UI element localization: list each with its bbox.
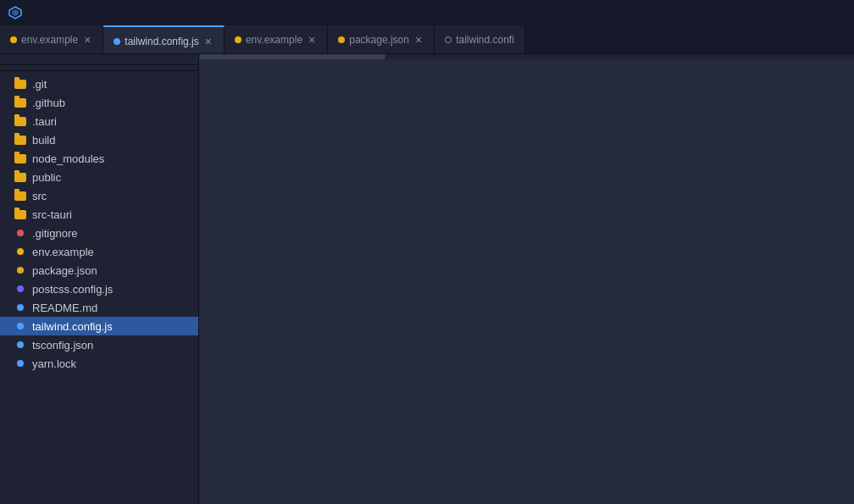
tab-dot-icon [114,38,120,45]
file-dot-icon [14,245,27,258]
sidebar-item-build[interactable]: build [0,130,198,149]
sidebar-item-node_modules[interactable]: node_modules [0,149,198,168]
tab-close-button[interactable]: × [307,34,317,46]
editor-area [199,54,854,504]
sidebar-item-github[interactable]: .github [0,93,198,112]
file-name: postcss.config.js [32,283,113,296]
file-name: src [32,190,47,202]
sidebar-item-src[interactable]: src [0,186,198,205]
file-name: .git [32,78,47,91]
sidebar-item-postcss-config[interactable]: postcss.config.js [0,280,198,298]
close-button[interactable] [835,8,846,18]
folder-icon [14,208,27,221]
tab-env-example-1[interactable]: env.example× [0,25,103,54]
folder-icon [14,96,27,109]
minimize-button[interactable] [801,8,812,18]
tab-close-button[interactable]: × [82,34,92,46]
file-dot-icon [14,319,27,333]
tab-label: tailwind.confi [456,34,514,46]
sidebar-item-src-tauri[interactable]: src-tauri [0,205,198,224]
tab-bar: env.example×tailwind.config.js×env.examp… [0,25,854,54]
tab-label: tailwind.config.js [125,36,198,47]
folder-icon [14,133,27,147]
title-bar [0,0,854,25]
tab-label: package.json [349,34,409,46]
scrollbar-thumb[interactable] [199,54,385,59]
folder-icon [14,152,27,165]
tab-close-button[interactable]: × [413,34,424,46]
main-layout: env.example×tailwind.config.js×env.examp… [0,25,854,504]
file-dot-icon [14,282,27,296]
file-dot-icon [14,301,27,314]
file-name: tsconfig.json [32,339,93,352]
tab-label: env.example [21,34,78,46]
editor-scrollbar[interactable] [199,54,854,59]
file-name: public [32,171,61,184]
sidebar-item-yarn-lock[interactable]: yarn.lock [0,354,198,373]
sidebar-item-env-example[interactable]: env.example [0,242,198,261]
tab-close-button[interactable]: × [203,36,214,47]
file-name: yarn.lock [32,357,76,370]
file-dot-icon [14,338,27,352]
window-controls [801,8,846,18]
tab-dot-icon [338,36,345,43]
sidebar-header [0,54,198,65]
tab-package-json[interactable]: package.json× [328,25,435,54]
sidebar-items: .git.github.tauribuildnode_modulespublic… [0,71,198,504]
folder-icon [14,189,27,202]
file-name: node_modules [32,152,104,165]
tab-dot-icon [445,36,452,43]
file-name: .gitignore [32,227,77,240]
sidebar-item-gitignore[interactable]: .gitignore [0,224,198,242]
sidebar-item-tauri[interactable]: .tauri [0,112,198,130]
tab-label: env.example [246,34,302,46]
sidebar-item-tailwind-config[interactable]: tailwind.config.js [0,317,198,335]
file-name: build [32,134,55,147]
file-name: .github [32,97,65,109]
tab-dot-icon [10,36,17,43]
sidebar-path [0,65,198,71]
tab-env-example-2[interactable]: env.example× [225,25,328,54]
tab-tailwind-config[interactable]: tailwind.config.js× [103,25,225,54]
sidebar: .git.github.tauribuildnode_modulespublic… [0,54,199,504]
sidebar-item-readme-md[interactable]: README.md [0,298,198,317]
sidebar-item-tsconfig-json[interactable]: tsconfig.json [0,335,198,354]
folder-icon [14,77,27,91]
file-dot-icon [14,357,27,370]
maximize-button[interactable] [818,8,829,18]
file-name: package.json [32,264,97,277]
sidebar-item-public[interactable]: public [0,168,198,186]
sidebar-item-package-json[interactable]: package.json [0,261,198,280]
file-name: README.md [32,302,97,314]
file-name: env.example [32,246,94,258]
file-dot-icon [14,226,27,240]
tab-dot-icon [235,36,241,43]
file-name: tailwind.config.js [32,320,113,333]
sidebar-item-git[interactable]: .git [0,75,198,93]
svg-marker-1 [12,9,19,16]
app-icon [8,6,22,19]
folder-icon [14,114,27,128]
title-bar-left [8,6,27,19]
file-dot-icon [14,263,27,277]
folder-icon [14,170,27,184]
file-name: .tauri [32,115,57,128]
content-area: .git.github.tauribuildnode_modulespublic… [0,54,854,504]
file-name: src-tauri [32,208,72,221]
tab-tailwind-config-2[interactable]: tailwind.confi [435,25,525,54]
